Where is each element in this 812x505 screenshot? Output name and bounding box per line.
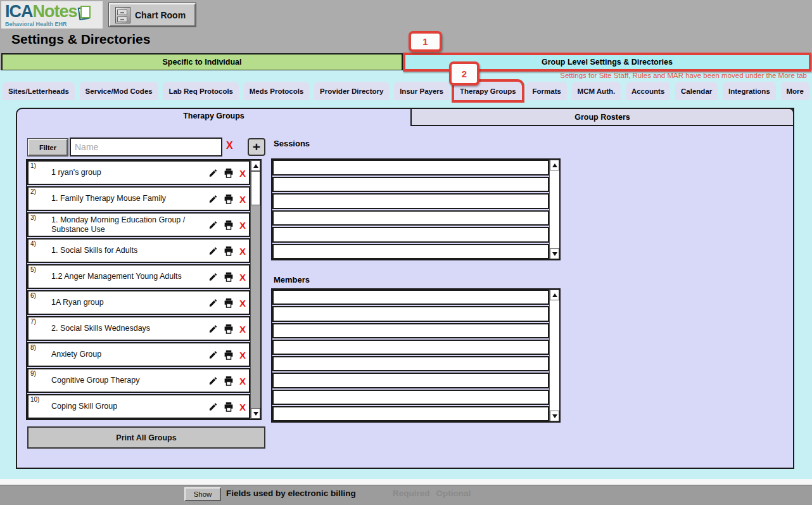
delete-x-icon[interactable]: X (239, 297, 246, 308)
member-row-empty[interactable] (272, 406, 549, 421)
nav-tab-calendar[interactable]: Calendar (675, 82, 718, 100)
session-row-empty[interactable] (272, 210, 549, 226)
show-billing-fields-button[interactable]: Show (184, 487, 221, 501)
nav-tab-mcm-auth[interactable]: MCM Auth. (572, 82, 621, 100)
edit-pencil-icon[interactable] (208, 298, 218, 307)
sessions-scrollbar[interactable] (549, 160, 559, 259)
group-name: 1A Ryan group (51, 291, 200, 314)
therapy-group-row[interactable]: 4)1. Social Skills for AdultsX (27, 238, 250, 263)
nav-tab-accounts[interactable]: Accounts (626, 82, 670, 100)
footer-bar: Show Fields used by electronic billing R… (0, 485, 812, 505)
nav-tab-formats[interactable]: Formats (526, 82, 566, 100)
edit-pencil-icon[interactable] (208, 272, 218, 281)
nav-tab-insur-payers[interactable]: Insur Payers (394, 82, 449, 100)
arrow-down-icon (253, 412, 258, 416)
clear-filter-icon[interactable]: X (226, 140, 233, 151)
delete-x-icon[interactable]: X (239, 271, 246, 282)
session-row-empty[interactable] (272, 160, 549, 176)
session-row-empty[interactable] (272, 193, 549, 209)
edit-pencil-icon[interactable] (208, 194, 218, 203)
edit-pencil-icon[interactable] (208, 324, 218, 333)
therapy-group-row[interactable]: 8)Anxiety GroupX (27, 342, 250, 367)
session-row-empty[interactable] (272, 227, 549, 243)
therapy-group-row[interactable]: 1)1 ryan's groupX (27, 160, 250, 185)
scroll-up-button[interactable] (251, 160, 260, 171)
print-icon[interactable] (223, 349, 234, 360)
print-all-groups-button[interactable]: Print All Groups (27, 426, 265, 449)
logo-tagline: Behavioral Health EHR (5, 21, 103, 27)
filter-button[interactable]: Filter (28, 139, 68, 156)
edit-pencil-icon[interactable] (208, 246, 218, 255)
therapy-group-row[interactable]: 6)1A Ryan groupX (27, 290, 250, 315)
add-group-button[interactable]: + (248, 138, 265, 156)
delete-x-icon[interactable]: X (239, 193, 246, 204)
logo-text-ica: ICA (5, 3, 33, 20)
scroll-down-button[interactable] (550, 248, 559, 259)
nav-tab-sites-letterheads[interactable]: Sites/Letterheads (3, 82, 75, 100)
logo-wordmark: ICANotes (5, 3, 103, 20)
nav-tab-meds-protocols[interactable]: Meds Protocols (244, 82, 310, 100)
group-name: Coping Skill Group (51, 395, 200, 418)
delete-x-icon[interactable]: X (239, 401, 246, 412)
scroll-down-button[interactable] (550, 411, 559, 421)
delete-x-icon[interactable]: X (239, 375, 246, 386)
print-icon[interactable] (223, 167, 234, 178)
print-icon[interactable] (223, 297, 234, 308)
group-name-filter-input[interactable] (70, 137, 222, 157)
nav-tab-integrations[interactable]: Integrations (723, 82, 776, 100)
billing-fields-label: Fields used by electronic billing (226, 489, 356, 498)
print-icon[interactable] (223, 219, 234, 230)
therapy-group-row[interactable]: 2)1. Family Therapy Mouse FamilyX (27, 186, 250, 211)
delete-x-icon[interactable]: X (239, 323, 246, 334)
members-scrollbar[interactable] (549, 290, 559, 421)
print-icon[interactable] (223, 375, 234, 386)
edit-pencil-icon[interactable] (208, 168, 218, 177)
therapy-group-row[interactable]: 7)2. Social Skills WednesdaysX (27, 316, 250, 341)
therapy-group-row[interactable]: 5)1.2 Anger Management Young AdultsX (27, 264, 250, 289)
group-row-actions: X (208, 271, 246, 282)
group-row-number: 1) (30, 162, 36, 169)
tab-specific-to-individual[interactable]: Specific to Individual (1, 53, 403, 71)
therapy-group-row[interactable]: 3)1. Monday Morning Education Group / Su… (27, 212, 250, 237)
subtab-therapy-groups[interactable]: Therapy Groups (17, 112, 410, 120)
delete-x-icon[interactable]: X (239, 349, 246, 360)
edit-pencil-icon[interactable] (208, 350, 218, 359)
delete-x-icon[interactable]: X (239, 219, 246, 230)
edit-pencil-icon[interactable] (208, 220, 218, 229)
delete-x-icon[interactable]: X (239, 167, 246, 178)
member-row-empty[interactable] (272, 340, 549, 355)
scroll-down-button[interactable] (251, 408, 260, 419)
optional-label: Optional (436, 489, 471, 498)
group-row-number: 8) (30, 344, 36, 351)
sessions-rows (272, 160, 549, 259)
print-icon[interactable] (223, 271, 234, 282)
edit-pencil-icon[interactable] (208, 376, 218, 385)
nav-tab-service-mod-codes[interactable]: Service/Mod Codes (80, 82, 158, 100)
edit-pencil-icon[interactable] (208, 402, 218, 411)
member-row-empty[interactable] (272, 306, 549, 321)
delete-x-icon[interactable]: X (239, 245, 246, 256)
print-icon[interactable] (223, 401, 234, 412)
scroll-up-button[interactable] (550, 160, 559, 170)
nav-tab-more[interactable]: More (781, 82, 809, 100)
scrollbar-thumb[interactable] (251, 171, 260, 205)
chart-room-button[interactable]: Chart Room (109, 3, 196, 27)
session-row-empty[interactable] (272, 177, 549, 193)
group-list-scrollbar[interactable] (250, 160, 260, 419)
nav-tab-provider-directory[interactable]: Provider Directory (314, 82, 389, 100)
print-icon[interactable] (223, 323, 234, 334)
member-row-empty[interactable] (272, 290, 549, 305)
member-row-empty[interactable] (272, 356, 549, 371)
member-row-empty[interactable] (272, 323, 549, 338)
subtab-group-rosters[interactable]: Group Rosters (410, 108, 794, 126)
print-icon[interactable] (223, 193, 234, 204)
nav-tab-lab-req-protocols[interactable]: Lab Req Protocols (163, 82, 239, 100)
therapy-group-row[interactable]: 9)Cognitive Group TherapyX (27, 368, 250, 393)
session-row-empty[interactable] (272, 244, 549, 260)
group-row-actions: X (208, 297, 246, 308)
member-row-empty[interactable] (272, 373, 549, 388)
member-row-empty[interactable] (272, 390, 549, 405)
therapy-group-row[interactable]: 10)Coping Skill GroupX (27, 394, 250, 419)
scroll-up-button[interactable] (550, 290, 559, 300)
print-icon[interactable] (223, 245, 234, 256)
